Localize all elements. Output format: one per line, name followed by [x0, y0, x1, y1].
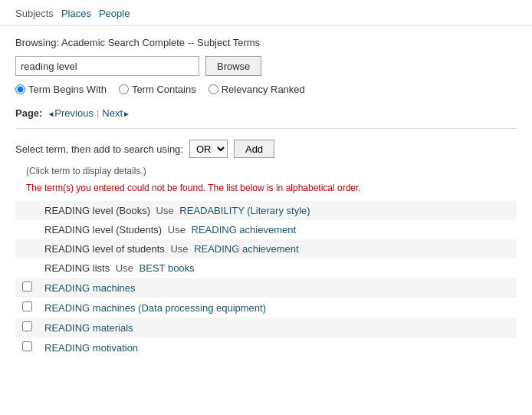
top-navigation: Subjects Places People: [0, 0, 532, 26]
checkbox-cell: [15, 201, 38, 220]
term-cell: READING level (Students) Use READING ach…: [38, 220, 517, 239]
term-cell: READING level of students Use READING ac…: [38, 239, 517, 259]
radio-term-contains-input[interactable]: [119, 84, 129, 94]
checkbox-cell: [15, 318, 38, 338]
checkbox-cell: [15, 298, 38, 318]
term-cell: READING lists Use BEST books: [38, 259, 517, 278]
radio-relevancy-input[interactable]: [209, 84, 218, 94]
term-link[interactable]: READABILITY (Literary style): [179, 205, 310, 216]
term-cell: READING machines: [38, 278, 517, 298]
checkbox-cell: [15, 338, 38, 357]
browsing-label: Browsing: Academic Search Complete -- Su…: [15, 37, 517, 48]
table-row: READING lists Use BEST books: [15, 259, 517, 278]
table-row: READING level (Students) Use READING ach…: [15, 220, 517, 239]
table-row: READING motivation: [15, 338, 517, 357]
term-text: READING lists: [44, 262, 110, 274]
term-text: READING level (Students): [44, 224, 162, 235]
select-term-row: Select term, then add to search using: O…: [15, 140, 517, 158]
separator: |: [97, 107, 99, 119]
term-text: READING level of students: [44, 243, 165, 255]
main-content: Browsing: Academic Search Complete -- Su…: [0, 26, 532, 368]
checkbox-cell: [15, 259, 38, 278]
term-cell: READING level (Books) Use READABILITY (L…: [38, 201, 517, 220]
subjects-label: Subjects: [15, 8, 54, 19]
radio-term-contains[interactable]: Term Contains: [119, 84, 196, 95]
result-checkbox[interactable]: [22, 282, 32, 291]
result-checkbox[interactable]: [22, 321, 32, 331]
checkbox-cell: [15, 239, 38, 259]
term-link[interactable]: BEST books: [140, 262, 195, 274]
next-link[interactable]: Next: [102, 107, 130, 119]
radio-term-begins[interactable]: Term Begins With: [15, 84, 107, 95]
term-link[interactable]: READING machines (Data processing equipm…: [44, 302, 266, 314]
page-label: Page:: [15, 107, 42, 119]
use-label: Use: [153, 205, 176, 216]
table-row: READING machines: [15, 278, 517, 298]
add-button[interactable]: Add: [234, 140, 274, 158]
checkbox-cell: [15, 278, 38, 298]
term-link[interactable]: READING achievement: [194, 243, 299, 255]
next-arrow-icon: [123, 107, 130, 119]
use-label: Use: [113, 262, 136, 274]
select-term-label: Select term, then add to search using:: [15, 143, 183, 155]
search-input[interactable]: [15, 56, 199, 76]
error-message: The term(s) you entered could not be fou…: [15, 183, 517, 193]
places-link[interactable]: Places: [61, 8, 91, 19]
result-checkbox[interactable]: [22, 341, 32, 351]
search-row: Browse: [15, 56, 517, 76]
term-cell: READING machines (Data processing equipm…: [38, 298, 517, 318]
previous-link[interactable]: Previous: [54, 107, 94, 119]
use-label: Use: [165, 224, 188, 235]
result-checkbox[interactable]: [22, 301, 32, 311]
page-nav: Page: Previous | Next: [15, 107, 517, 129]
term-text: READING level (Books): [44, 205, 150, 216]
term-link[interactable]: READING machines: [44, 282, 135, 294]
browse-button[interactable]: Browse: [205, 56, 261, 76]
use-label: Use: [168, 243, 191, 255]
term-link[interactable]: READING motivation: [44, 342, 138, 354]
term-link[interactable]: READING materials: [44, 322, 133, 334]
table-row: READING machines (Data processing equipm…: [15, 298, 517, 318]
term-link[interactable]: READING achievement: [192, 224, 297, 235]
table-row: READING materials: [15, 318, 517, 338]
people-link[interactable]: People: [99, 8, 130, 19]
table-row: READING level (Books) Use READABILITY (L…: [15, 201, 517, 220]
results-table: READING level (Books) Use READABILITY (L…: [15, 201, 517, 357]
table-row: READING level of students Use READING ac…: [15, 239, 517, 259]
checkbox-cell: [15, 220, 38, 239]
radio-row: Term Begins With Term Contains Relevancy…: [15, 84, 517, 95]
operator-select[interactable]: OR: [189, 140, 228, 158]
term-cell: READING motivation: [38, 338, 517, 357]
radio-term-begins-input[interactable]: [15, 84, 25, 94]
radio-relevancy[interactable]: Relevancy Ranked: [209, 84, 305, 95]
previous-arrow-icon: [47, 107, 54, 119]
click-note: (Click term to display details.): [15, 166, 517, 176]
term-cell: READING materials: [38, 318, 517, 338]
